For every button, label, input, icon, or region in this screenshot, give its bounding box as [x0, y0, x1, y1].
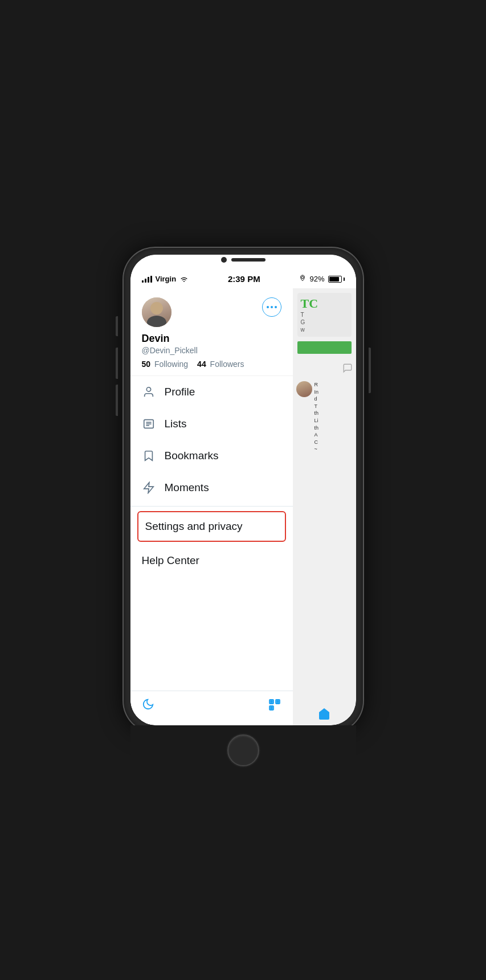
lists-nav-label: Lists — [165, 418, 187, 430]
status-right: 92% — [299, 274, 344, 284]
bookmark-icon — [142, 449, 156, 463]
nav-item-moments[interactable]: Moments — [130, 472, 293, 504]
power-button — [369, 348, 371, 393]
user-handle: @Devin_Pickell — [142, 346, 281, 355]
followers-stat[interactable]: 44 Followers — [197, 360, 244, 369]
nav-item-settings[interactable]: Settings and privacy — [137, 511, 286, 542]
follow-stats: 50 Following 44 Followers — [142, 360, 281, 369]
tc-article-card: TC TGw — [297, 293, 352, 337]
wifi-icon — [179, 275, 189, 284]
more-options-button[interactable] — [262, 297, 281, 317]
qr-code-button[interactable] — [268, 698, 281, 714]
earpiece-speaker — [231, 258, 266, 262]
right-panel: TC TGw RIndTthLithAC~ — [293, 288, 356, 725]
signal-bar-3 — [148, 277, 149, 283]
dark-mode-button[interactable] — [142, 698, 154, 714]
battery-percent: 92% — [309, 275, 324, 283]
more-dots-icon — [267, 306, 277, 308]
person-icon — [142, 385, 156, 399]
home-hardware-button[interactable] — [227, 734, 259, 766]
signal-bar-2 — [145, 279, 146, 283]
settings-nav-label: Settings and privacy — [145, 520, 243, 533]
battery-icon — [328, 276, 345, 283]
home-icon[interactable] — [317, 707, 331, 721]
signal-bar-1 — [142, 280, 144, 283]
nav-item-bookmarks[interactable]: Bookmarks — [130, 440, 293, 472]
svg-rect-10 — [271, 701, 272, 703]
signal-bar-4 — [150, 276, 152, 283]
following-stat[interactable]: 50 Following — [142, 360, 189, 369]
tc-logo: TC — [301, 296, 348, 311]
article-snippet: TGw — [301, 311, 348, 333]
drawer-panel: Devin @Devin_Pickell 50 Following 44 Fol… — [130, 288, 293, 725]
svg-point-1 — [146, 387, 150, 391]
drawer-bottom-bar — [130, 691, 293, 725]
volume-up-button — [116, 348, 118, 379]
nav-item-help[interactable]: Help Center — [130, 546, 293, 575]
nav-item-lists[interactable]: Lists — [130, 408, 293, 440]
right-tweet: RIndTthLithAC~ — [293, 379, 356, 455]
svg-rect-11 — [277, 701, 279, 703]
screen-content: Virgin 2:39 PM — [130, 255, 356, 725]
front-camera — [221, 257, 227, 263]
carrier-name: Virgin — [156, 275, 177, 283]
nav-menu: Profile — [130, 376, 293, 691]
comment-icon-area — [293, 360, 356, 379]
followers-label: Followers — [210, 360, 244, 369]
phone-frame: Virgin 2:39 PM — [124, 248, 363, 732]
bolt-icon — [142, 481, 156, 495]
profile-top — [142, 297, 281, 327]
moments-nav-label: Moments — [165, 481, 209, 494]
user-name: Devin — [142, 333, 281, 345]
right-home-area — [293, 703, 356, 725]
svg-marker-6 — [144, 483, 153, 493]
mute-button — [116, 316, 118, 336]
notch — [130, 255, 356, 266]
list-icon — [142, 417, 156, 431]
svg-point-0 — [301, 276, 304, 279]
status-bar: Virgin 2:39 PM — [130, 266, 356, 288]
status-time: 2:39 PM — [228, 274, 260, 284]
tweet-content: RIndTthLithAC~ — [315, 381, 319, 453]
avatar[interactable] — [142, 297, 171, 327]
nav-item-profile[interactable]: Profile — [130, 376, 293, 408]
phone-screen: Virgin 2:39 PM — [130, 255, 356, 725]
right-panel-content: TC TGw — [293, 288, 356, 360]
content-area: Devin @Devin_Pickell 50 Following 44 Fol… — [130, 288, 356, 725]
following-label: Following — [154, 360, 188, 369]
home-button-area — [130, 725, 356, 775]
profile-nav-label: Profile — [165, 386, 195, 398]
green-cta-bar[interactable] — [297, 341, 352, 354]
bookmarks-nav-label: Bookmarks — [165, 450, 219, 462]
location-icon — [299, 274, 306, 284]
signal-icon — [142, 276, 152, 283]
nav-divider — [130, 506, 293, 507]
status-left: Virgin — [142, 275, 189, 284]
following-count: 50 — [142, 360, 151, 369]
profile-section: Devin @Devin_Pickell 50 Following 44 Fol… — [130, 288, 293, 376]
comment-icon — [342, 363, 353, 373]
volume-down-button — [116, 385, 118, 416]
help-nav-label: Help Center — [142, 554, 199, 566]
followers-count: 44 — [197, 360, 206, 369]
tweet-avatar — [296, 381, 312, 397]
svg-rect-12 — [271, 707, 272, 709]
